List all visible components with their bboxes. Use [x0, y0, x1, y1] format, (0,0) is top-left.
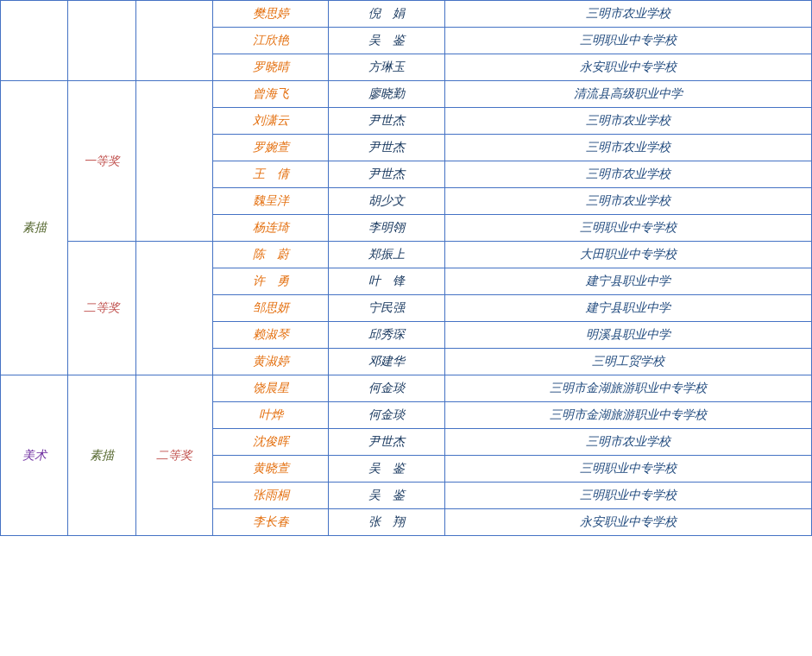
teacher-name: 吴 鉴: [329, 28, 444, 54]
school-name: 建宁县职业中学: [444, 268, 811, 295]
student-name: 黄淑婷: [213, 349, 329, 375]
student-name: 饶晨星: [213, 375, 329, 402]
teacher-name: 郑振上: [329, 242, 444, 268]
student-name: 江欣艳: [213, 28, 329, 54]
student-name: 樊思婷: [213, 1, 329, 28]
student-name: 李长春: [213, 509, 329, 536]
table-row: 美术 素描 二等奖 饶晨星 何金琰 三明市金湖旅游职业中专学校: [1, 375, 812, 402]
teacher-name: 李明翎: [329, 215, 444, 242]
school-name: 清流县高级职业中学: [444, 81, 811, 108]
teacher-name: 廖晓勤: [329, 81, 444, 108]
school-name: 明溪县职业中学: [444, 322, 811, 349]
student-name: 曾海飞: [213, 81, 329, 108]
type-cell: 二等奖: [68, 242, 135, 375]
school-name: 三明职业中专学校: [444, 483, 811, 509]
teacher-name: 倪 娟: [329, 1, 444, 28]
teacher-name: 宁民强: [329, 295, 444, 322]
school-name: 大田职业中专学校: [444, 242, 811, 268]
prize-cell: [135, 81, 213, 242]
school-name: 三明职业中专学校: [444, 215, 811, 242]
teacher-name: 尹世杰: [329, 429, 444, 456]
teacher-name: 叶 锋: [329, 268, 444, 295]
teacher-name: 何金琰: [329, 375, 444, 402]
teacher-name: 吴 鉴: [329, 456, 444, 483]
school-name: 三明市农业学校: [444, 1, 811, 28]
subject-cell: 素描: [1, 81, 68, 375]
prize-cell: [135, 242, 213, 375]
teacher-name: 尹世杰: [329, 161, 444, 188]
main-table-wrapper: 樊思婷 倪 娟 三明市农业学校 江欣艳 吴 鉴 三明职业中专学校 罗晓晴 方琳玉…: [0, 0, 812, 536]
school-name: 三明市农业学校: [444, 429, 811, 456]
teacher-name: 胡少文: [329, 188, 444, 215]
type-cell: 素描: [68, 375, 135, 536]
student-name: 杨连琦: [213, 215, 329, 242]
results-table: 樊思婷 倪 娟 三明市农业学校 江欣艳 吴 鉴 三明职业中专学校 罗晓晴 方琳玉…: [0, 0, 812, 536]
school-name: 三明职业中专学校: [444, 456, 811, 483]
student-name: 陈 蔚: [213, 242, 329, 268]
student-name: 许 勇: [213, 268, 329, 295]
school-name: 三明市农业学校: [444, 161, 811, 188]
school-name: 三明市农业学校: [444, 108, 811, 135]
student-name: 魏呈洋: [213, 188, 329, 215]
student-name: 叶烨: [213, 402, 329, 429]
teacher-name: 尹世杰: [329, 108, 444, 135]
teacher-name: 邓建华: [329, 349, 444, 375]
student-name: 沈俊晖: [213, 429, 329, 456]
type-cell: 一等奖: [68, 81, 135, 242]
teacher-name: 张 翔: [329, 509, 444, 536]
student-name: 罗晓晴: [213, 54, 329, 81]
prize-cell: [135, 1, 213, 81]
table-row: 素描 一等奖 曾海飞 廖晓勤 清流县高级职业中学: [1, 81, 812, 108]
student-name: 罗婉萱: [213, 135, 329, 161]
student-name: 邹思妍: [213, 295, 329, 322]
school-name: 三明市农业学校: [444, 135, 811, 161]
student-name: 赖淑琴: [213, 322, 329, 349]
school-name: 永安职业中专学校: [444, 54, 811, 81]
teacher-name: 吴 鉴: [329, 483, 444, 509]
table-row: 二等奖 陈 蔚 郑振上 大田职业中专学校: [1, 242, 812, 268]
school-name: 永安职业中专学校: [444, 509, 811, 536]
table-row: 樊思婷 倪 娟 三明市农业学校: [1, 1, 812, 28]
prize-cell: 二等奖: [135, 375, 213, 536]
teacher-name: 邱秀琛: [329, 322, 444, 349]
student-name: 黄晓萱: [213, 456, 329, 483]
student-name: 王 倩: [213, 161, 329, 188]
teacher-name: 方琳玉: [329, 54, 444, 81]
teacher-name: 何金琰: [329, 402, 444, 429]
student-name: 刘潇云: [213, 108, 329, 135]
subject-cell: [1, 1, 68, 81]
school-name: 三明市金湖旅游职业中专学校: [444, 375, 811, 402]
school-name: 三明职业中专学校: [444, 28, 811, 54]
teacher-name: 尹世杰: [329, 135, 444, 161]
school-name: 三明市农业学校: [444, 188, 811, 215]
student-name: 张雨桐: [213, 483, 329, 509]
school-name: 建宁县职业中学: [444, 295, 811, 322]
subject-cell: 美术: [1, 375, 68, 536]
school-name: 三明工贸学校: [444, 349, 811, 375]
type-cell: [68, 1, 135, 81]
school-name: 三明市金湖旅游职业中专学校: [444, 402, 811, 429]
